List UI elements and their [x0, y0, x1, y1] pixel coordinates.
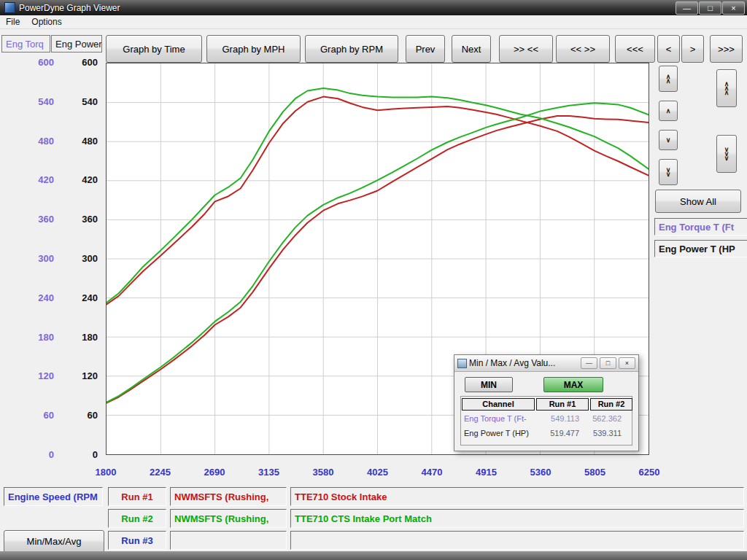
x-tick-label: 5805 — [577, 467, 614, 478]
zoom-y-up-button[interactable]: ∧ ∧ ∧ — [716, 69, 737, 107]
scroll-double-down-button[interactable]: ∨ ∨ — [659, 159, 678, 185]
minmax-table-header: ChannelRun #1Run #2 — [461, 397, 632, 411]
run3-description-field — [290, 531, 744, 550]
scroll-far-left-button[interactable]: <<< — [615, 35, 655, 63]
minmax-run2-value: 539.311 — [587, 429, 629, 438]
title-bar: PowerDyne Graph Viewer — □ × — [0, 0, 747, 15]
y-tick-label: 240 — [38, 293, 54, 303]
minmax-close-button[interactable]: × — [619, 357, 635, 369]
scroll-down-button[interactable]: ∨ — [659, 130, 678, 150]
y-tick-label: 300 — [38, 254, 54, 264]
y-tick-label: 300 — [82, 254, 98, 264]
scroll-double-up-button[interactable]: ∧ ∧ — [659, 66, 678, 92]
menu-options[interactable]: Options — [26, 15, 67, 28]
minmax-row: Eng Power T (HP)519.477539.311 — [461, 426, 632, 440]
minmax-window-icon — [457, 359, 467, 368]
axis-tab-power[interactable]: Eng Power — [51, 35, 102, 52]
graph-by-mph-button[interactable]: Graph by MPH — [206, 35, 301, 63]
run2-label[interactable]: Run #2 — [108, 509, 166, 528]
y-tick-label: 180 — [82, 332, 98, 343]
x-tick-label: 6250 — [631, 467, 667, 478]
axis-tab-torque[interactable]: Eng Torq — [1, 35, 50, 52]
y-tick-label: 240 — [82, 293, 98, 303]
maximize-button[interactable]: □ — [699, 1, 721, 15]
y-tick-label: 180 — [38, 332, 54, 343]
scroll-far-right-button[interactable]: >>> — [710, 35, 743, 63]
scroll-up-button[interactable]: ∧ — [659, 101, 678, 121]
y-tick-label: 540 — [38, 97, 54, 107]
scroll-right-button[interactable]: > — [681, 35, 704, 63]
y-axis-left: 600540480420360300240180120600 — [20, 58, 54, 460]
legend-power-channel[interactable]: Eng Power T (HP — [654, 240, 747, 257]
minmax-title-bar[interactable]: Min / Max / Avg Valu... — □ × — [454, 355, 638, 372]
minmax-run1-value: 519.477 — [534, 429, 587, 438]
y-tick-label: 420 — [82, 175, 98, 185]
y-axis-right: 600540480420360300240180120600 — [64, 58, 98, 460]
run1-label[interactable]: Run #1 — [108, 487, 166, 506]
run1-description-field: TTE710 Stock Intake — [290, 487, 744, 506]
minmax-row: Eng Torque T (Ft-549.113562.362 — [461, 411, 632, 426]
y-tick-label: 360 — [82, 214, 98, 225]
y-tick-label: 360 — [38, 214, 54, 225]
y-tick-label: 0 — [93, 450, 98, 460]
x-tick-label: 2690 — [196, 467, 233, 478]
x-tick-label: 4025 — [360, 467, 396, 478]
x-tick-label: 2245 — [142, 467, 179, 478]
run2-name-field: NWMSFTS (Rushing, — [170, 509, 287, 528]
x-tick-label: 4470 — [414, 467, 450, 478]
legend-torque-channel[interactable]: Eng Torque T (Ft — [654, 218, 747, 236]
zoom-y-down-button[interactable]: ∨ ∨ ∨ — [716, 135, 737, 173]
next-button[interactable]: Next — [452, 35, 491, 63]
y-tick-label: 60 — [88, 411, 98, 421]
powerdyne-window: PowerDyne Graph Viewer — □ × File Option… — [0, 0, 747, 560]
run3-name-field — [170, 531, 287, 550]
expand-x-button[interactable]: << >> — [556, 35, 610, 63]
minmax-table-rows: Eng Torque T (Ft-549.113562.362Eng Power… — [461, 411, 632, 440]
minmax-minimize-button[interactable]: — — [581, 357, 597, 369]
y-tick-label: 0 — [49, 450, 54, 460]
minmax-window-title: Min / Max / Avg Valu... — [469, 358, 578, 368]
max-button[interactable]: MAX — [543, 377, 603, 392]
window-title: PowerDyne Graph Viewer — [19, 3, 675, 13]
minmax-channel-label: Eng Power T (HP) — [461, 429, 534, 438]
x-axis-labels: 1800224526903135358040254470491553605805… — [88, 467, 667, 478]
close-button[interactable]: × — [722, 1, 745, 15]
y-tick-label: 480 — [38, 136, 54, 147]
menu-file[interactable]: File — [0, 15, 26, 28]
scroll-left-button[interactable]: < — [657, 35, 680, 63]
minimize-button[interactable]: — — [676, 1, 698, 15]
y-tick-label: 60 — [44, 411, 54, 421]
x-tick-label: 4915 — [468, 467, 505, 478]
run3-label[interactable]: Run #3 — [108, 531, 166, 550]
y-tick-label: 420 — [38, 175, 54, 185]
menu-bar: File Options — [0, 15, 747, 29]
y-tick-label: 600 — [38, 58, 54, 68]
minmax-window: Min / Max / Avg Valu... — □ × MIN MAX Ch… — [454, 354, 639, 451]
run1-name-field: NWMSFTS (Rushing, — [170, 487, 287, 506]
y-tick-label: 120 — [38, 371, 54, 381]
x-tick-label: 5360 — [522, 467, 559, 478]
minmax-column-header: Channel — [462, 398, 535, 411]
minmax-run2-value: 562.362 — [587, 414, 629, 423]
minmax-avg-button[interactable]: Min/Max/Avg — [4, 530, 104, 553]
run2-description-field: TTE710 CTS Intake Port Match — [290, 509, 744, 528]
minmax-column-header: Run #2 — [590, 398, 632, 411]
y-tick-label: 540 — [82, 97, 98, 107]
y-tick-label: 480 — [82, 136, 98, 147]
x-tick-label: 3135 — [251, 467, 287, 478]
compress-x-button[interactable]: >> << — [499, 35, 553, 63]
app-icon — [4, 2, 15, 13]
minmax-restore-button[interactable]: □ — [600, 357, 616, 369]
y-tick-label: 600 — [82, 58, 98, 68]
graph-by-rpm-button[interactable]: Graph by RPM — [305, 35, 398, 63]
y-tick-label: 120 — [82, 371, 98, 381]
x-tick-label: 3580 — [305, 467, 341, 478]
show-all-button[interactable]: Show All — [655, 190, 741, 213]
minmax-table: ChannelRun #1Run #2 Eng Torque T (Ft-549… — [460, 396, 632, 446]
graph-by-time-button[interactable]: Graph by Time — [106, 35, 202, 63]
min-button[interactable]: MIN — [465, 377, 513, 392]
x-channel-field[interactable]: Engine Speed (RPM — [4, 487, 103, 506]
prev-button[interactable]: Prev — [406, 35, 445, 63]
window-bottom-frame — [0, 551, 747, 560]
x-tick-label: 1800 — [88, 467, 124, 478]
